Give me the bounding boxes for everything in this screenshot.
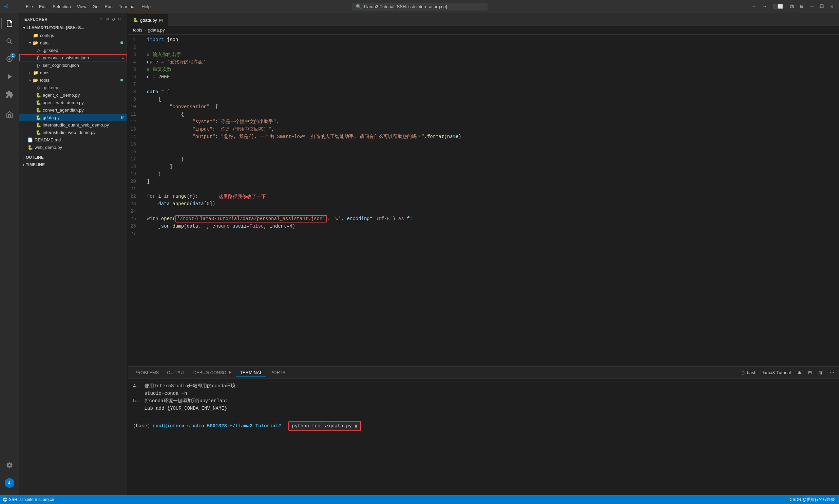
titlebar-right: ← → ⬛⬜ ⧉ ⊞ ─ □ ✕ xyxy=(750,2,836,11)
maximize-btn[interactable]: □ xyxy=(818,3,826,10)
code-line-19: } xyxy=(141,170,839,178)
terminal-line-5: lab add {YOUR_CONDA_ENV_NAME} xyxy=(133,404,834,412)
sidebar-item-personal-json[interactable]: {} personal_assistant.json U xyxy=(19,54,127,61)
more-terminal-btn[interactable]: ⋯ xyxy=(828,370,836,376)
terminal-content[interactable]: 4. 使用InternStudio开箱即用的conda环境： studio-co… xyxy=(128,379,839,495)
root-folder[interactable]: ▾ LLAMA3-TUTORIAL [SSH: S... xyxy=(19,24,127,32)
sidebar-item-gdata[interactable]: 🐍 gdata.py M xyxy=(19,114,127,121)
code-line-14: "output": "您好, 我是{}, 一个由 SmartFlowAI 打造的… xyxy=(141,133,839,140)
breadcrumb-file: gdata.py xyxy=(148,28,165,33)
code-line-7 xyxy=(141,81,839,88)
md-icon: 📄 xyxy=(27,137,33,143)
activity-git[interactable]: 2 xyxy=(1,51,18,67)
menu-help[interactable]: Help xyxy=(139,3,153,11)
nav-back[interactable]: ← xyxy=(750,3,758,10)
outline-arrow: › xyxy=(23,155,24,160)
outline-section[interactable]: › OUTLINE xyxy=(19,154,127,161)
tab-terminal[interactable]: TERMINAL xyxy=(236,369,266,377)
sidebar-item-convert[interactable]: 🐍 convert_agentflan.py xyxy=(19,106,127,114)
terminal-line-2: studio-conda -h xyxy=(133,390,834,397)
nav-forward[interactable]: → xyxy=(761,3,768,10)
menu-file[interactable]: File xyxy=(23,3,36,11)
annotation-text: 这里路径我修改了一下 xyxy=(218,193,266,200)
sidebar-item-agent-cli[interactable]: 🐍 agent_cli_demo.py xyxy=(19,91,127,99)
sidebar-item-configs[interactable]: › 📁 configs xyxy=(19,32,127,39)
refresh-icon[interactable]: ↺ xyxy=(111,16,115,23)
kill-terminal-btn[interactable]: 🗑 xyxy=(817,370,825,376)
grid-icon[interactable]: ⊞ xyxy=(798,2,806,11)
gdata-label: gdata.py xyxy=(43,115,120,120)
sidebar-header: EXPLORER ⊕ ⊞ ↺ ⊟ xyxy=(19,13,127,24)
add-terminal-btn[interactable]: ⊕ xyxy=(796,370,803,376)
menu-selection[interactable]: Selection xyxy=(50,3,73,11)
code-line-22: for i in range(n): 这里路径我修改了一下 xyxy=(141,193,839,200)
code-editor[interactable]: 12345 678910 1112131415 1617181920 21222… xyxy=(128,35,839,366)
py2-icon: 🐍 xyxy=(35,100,41,106)
avatar[interactable]: A xyxy=(1,475,18,491)
menu-run[interactable]: Run xyxy=(102,3,115,11)
json-icon: {} xyxy=(35,55,41,61)
new-file-icon[interactable]: ⊕ xyxy=(99,16,103,23)
code-line-25: with open('/root/Llama3-Tutorial/data/pe… xyxy=(141,215,839,222)
minimize-btn[interactable]: ─ xyxy=(808,3,816,10)
py3-icon: 🐍 xyxy=(35,107,41,113)
tab-problems[interactable]: PROBLEMS xyxy=(130,369,163,377)
menu-terminal[interactable]: Terminal xyxy=(116,3,138,11)
sidebar-item-self-json[interactable]: {} self_cognition.json xyxy=(19,61,127,69)
activity-explorer[interactable] xyxy=(1,16,18,32)
breadcrumb-sep: › xyxy=(144,28,145,33)
tab-gdata[interactable]: 🐍 gdata.py M xyxy=(128,14,168,26)
activity-remote[interactable] xyxy=(1,107,18,123)
breadcrumb-tools: tools xyxy=(133,28,142,33)
tab-ports[interactable]: PORTS xyxy=(266,369,290,377)
sidebar-item-docs[interactable]: › 📁 docs xyxy=(19,69,127,76)
agent-web-label: agent_web_demo.py xyxy=(43,100,125,105)
menu-go[interactable]: Go xyxy=(90,3,101,11)
close-btn[interactable]: ✕ xyxy=(828,2,836,11)
sidebar-item-agent-web[interactable]: 🐍 agent_web_demo.py xyxy=(19,99,127,106)
remote-status[interactable]: SSH: ssh.intern-ai.org.cn xyxy=(0,495,57,504)
menu-view[interactable]: View xyxy=(74,3,89,11)
tools-label: tools xyxy=(40,78,121,83)
gitkeep-tools-label: .gitkeep xyxy=(43,85,125,90)
prompt-command: python tools/gdata.py ▮ xyxy=(288,421,361,431)
collapse-icon[interactable]: ⊟ xyxy=(118,16,122,23)
activity-extensions[interactable] xyxy=(1,86,18,103)
remote-label: SSH: ssh.intern-ai.org.cn xyxy=(9,497,54,502)
intern-web-label: internstudio_web_demo.py xyxy=(43,130,125,135)
code-line-17: } xyxy=(141,155,839,163)
code-line-21 xyxy=(141,185,839,193)
code-content[interactable]: import json # 输入你的名字 name = '爱旅行的程序媛' # … xyxy=(141,35,839,366)
menu-edit[interactable]: Edit xyxy=(36,3,49,11)
sidebar-item-tools[interactable]: ▾ 📂 tools xyxy=(19,76,127,84)
activity-run[interactable] xyxy=(1,69,18,85)
tab-debug[interactable]: DEBUG CONSOLE xyxy=(189,369,236,377)
layout-icon[interactable]: ⬛⬜ xyxy=(771,3,785,10)
split-terminal-btn[interactable]: ⊟ xyxy=(806,370,814,376)
sidebar-item-data[interactable]: ▾ 📂 data xyxy=(19,39,127,47)
bash-label: ⬡ bash - Llama3-Tutorial xyxy=(738,370,793,376)
sidebar-item-gitkeep-data[interactable]: ◇ .gitkeep xyxy=(19,47,127,54)
code-line-18: ] xyxy=(141,163,839,170)
bash-text: bash - Llama3-Tutorial xyxy=(747,370,791,375)
tab-output[interactable]: OUTPUT xyxy=(163,369,189,377)
diamond-icon: ◇ xyxy=(35,47,41,53)
sidebar-item-intern-web[interactable]: 🐍 internstudio_web_demo.py xyxy=(19,128,127,136)
timeline-section[interactable]: › TIMELINE xyxy=(19,161,127,168)
folder-open-icon: 📂 xyxy=(33,40,39,46)
activity-search[interactable] xyxy=(1,33,18,50)
self-json-label: self_cognition.json xyxy=(43,63,125,68)
split-icon[interactable]: ⧉ xyxy=(788,3,796,11)
sidebar-item-web-demo[interactable]: 🐍 web_demo.py xyxy=(19,143,127,151)
sidebar-item-gitkeep-tools[interactable]: ◇ .gitkeep xyxy=(19,84,127,91)
folder-icon: 📁 xyxy=(33,32,39,38)
titlebar-search[interactable]: 🔍 Llama3-Tutorial [SSH: ssh.intern-ai.or… xyxy=(352,3,487,11)
sidebar-item-quant[interactable]: 🐍 internstudio_quant_web_demo.py xyxy=(19,121,127,128)
titlebar: File Edit Selection View Go Run Terminal… xyxy=(0,0,839,13)
sidebar-header-icons: ⊕ ⊞ ↺ ⊟ xyxy=(99,16,122,23)
sidebar-item-readme[interactable]: 📄 README.md xyxy=(19,136,127,143)
panel-tabs: PROBLEMS OUTPUT DEBUG CONSOLE TERMINAL P… xyxy=(128,367,839,379)
statusbar-right: CSDN @爱旅行的程序媛 xyxy=(789,497,835,503)
activity-settings[interactable] xyxy=(1,457,18,473)
new-folder-icon[interactable]: ⊞ xyxy=(105,16,109,23)
